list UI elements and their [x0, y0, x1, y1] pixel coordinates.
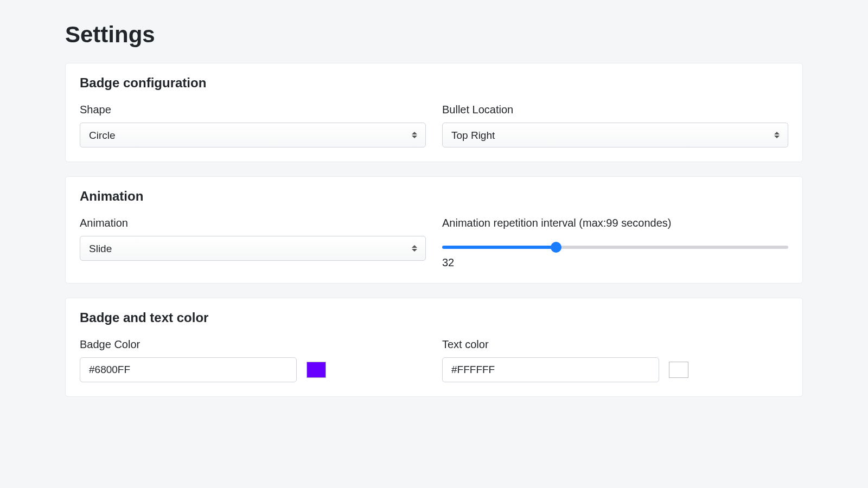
slider-value-animation-interval: 32 — [442, 256, 788, 269]
input-text-color[interactable] — [442, 357, 659, 382]
swatch-badge-color[interactable] — [307, 362, 326, 378]
label-shape: Shape — [80, 104, 426, 116]
section-title-badge-configuration: Badge configuration — [80, 75, 788, 91]
label-badge-color: Badge Color — [80, 338, 426, 351]
section-badge-text-color: Badge and text color Badge Color Text co… — [65, 298, 803, 397]
input-badge-color[interactable] — [80, 357, 297, 382]
field-text-color: Text color — [442, 338, 788, 382]
slider-animation-interval[interactable] — [442, 246, 788, 249]
select-bullet-location[interactable]: Top Right — [442, 123, 788, 147]
label-text-color: Text color — [442, 338, 788, 351]
field-bullet-location: Bullet Location Top Right — [442, 104, 788, 147]
select-shape[interactable]: Circle — [80, 123, 426, 147]
label-animation-interval: Animation repetition interval (max:99 se… — [442, 217, 788, 229]
section-title-badge-text-color: Badge and text color — [80, 310, 788, 325]
label-bullet-location: Bullet Location — [442, 104, 788, 116]
select-animation-type[interactable]: Slide — [80, 236, 426, 261]
field-animation-interval: Animation repetition interval (max:99 se… — [442, 217, 788, 269]
field-animation-type: Animation Slide — [80, 217, 426, 269]
section-animation: Animation Animation Slide Animation repe… — [65, 176, 803, 284]
field-shape: Shape Circle — [80, 104, 426, 147]
label-animation-type: Animation — [80, 217, 426, 229]
section-title-animation: Animation — [80, 189, 788, 204]
field-badge-color: Badge Color — [80, 338, 426, 382]
swatch-text-color[interactable] — [669, 362, 688, 378]
section-badge-configuration: Badge configuration Shape Circle Bullet … — [65, 63, 803, 162]
page-title: Settings — [65, 22, 803, 48]
